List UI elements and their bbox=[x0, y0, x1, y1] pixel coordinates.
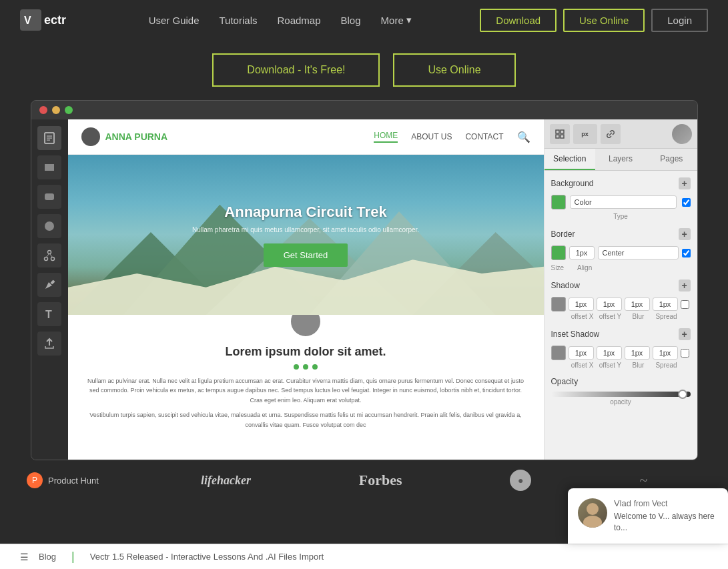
tool-text[interactable]: T bbox=[37, 302, 61, 326]
shadow-offset-x-input[interactable] bbox=[569, 298, 594, 311]
site-nav-contact[interactable]: CONTACT bbox=[465, 132, 503, 141]
login-button[interactable]: Login bbox=[651, 9, 708, 32]
panel-link-button[interactable] bbox=[601, 124, 621, 144]
nav-tutorials[interactable]: Tutorials bbox=[220, 15, 258, 26]
hero-online-button[interactable]: Use Online bbox=[393, 53, 515, 87]
tool-vector[interactable] bbox=[37, 243, 61, 267]
svg-point-10 bbox=[45, 257, 48, 261]
panel-toolbar: px bbox=[544, 119, 697, 149]
nav-more[interactable]: More ▾ bbox=[381, 14, 412, 26]
shadow-visible-checkbox[interactable] bbox=[681, 300, 689, 309]
svg-rect-8 bbox=[45, 193, 54, 200]
window-maximize-dot bbox=[65, 106, 73, 114]
svg-text:T: T bbox=[45, 309, 52, 320]
content-body-1: Nullam ac pulvinar erat. Nulla nec velit… bbox=[85, 376, 527, 405]
border-add-button[interactable]: + bbox=[679, 228, 691, 240]
border-size-label: Size bbox=[551, 264, 564, 271]
inset-shadow-offset-y-input[interactable] bbox=[597, 346, 622, 360]
background-header: Background + bbox=[551, 177, 691, 189]
background-color-swatch[interactable] bbox=[551, 195, 566, 209]
inset-shadow-spread-input[interactable] bbox=[653, 346, 678, 360]
background-row: Color bbox=[551, 195, 691, 209]
background-type-select[interactable]: Color bbox=[570, 195, 677, 209]
shadow-color-swatch[interactable] bbox=[551, 297, 566, 312]
hero-section: Annapurna Circuit Trek Nullam pharetra m… bbox=[68, 155, 544, 315]
svg-rect-23 bbox=[556, 130, 559, 133]
site-nav-search-icon[interactable]: 🔍 bbox=[517, 131, 530, 143]
svg-rect-7 bbox=[45, 164, 54, 171]
nav-roadmap[interactable]: Roadmap bbox=[277, 15, 320, 26]
use-online-button[interactable]: Use Online bbox=[563, 9, 645, 32]
shadow-offset-y-label: offset Y bbox=[598, 313, 623, 320]
shadow-blur-input[interactable] bbox=[625, 298, 650, 311]
hero-subtitle: Nullam pharetra mi quis metus ullamcorpe… bbox=[192, 226, 419, 233]
nav-blog[interactable]: Blog bbox=[341, 15, 361, 26]
content-dot-2 bbox=[303, 364, 308, 370]
footer-extra-logo: ~ bbox=[639, 472, 647, 489]
border-row: 1px Center bbox=[551, 245, 691, 260]
inset-shadow-offset-x-input[interactable] bbox=[569, 346, 594, 360]
svg-point-11 bbox=[48, 251, 51, 254]
shadow-spread-input[interactable] bbox=[653, 298, 678, 311]
hero-download-button[interactable]: Download - It's Free! bbox=[212, 53, 380, 87]
inset-shadow-visible-checkbox[interactable] bbox=[681, 349, 689, 358]
panel-grid-button[interactable] bbox=[550, 124, 570, 144]
inset-shadow-header: Inset Shadow + bbox=[551, 328, 691, 340]
tab-pages[interactable]: Pages bbox=[646, 149, 697, 170]
background-visible-checkbox[interactable] bbox=[682, 198, 691, 207]
border-visible-checkbox[interactable] bbox=[682, 249, 691, 257]
hero-get-started-button[interactable]: Get Started bbox=[264, 243, 348, 267]
svg-rect-26 bbox=[561, 135, 564, 138]
shadow-spread-label: Spread bbox=[654, 313, 679, 320]
tool-ellipse[interactable] bbox=[37, 214, 61, 238]
blog-link[interactable]: Vectr 1.5 Released - Interactive Lessons… bbox=[90, 552, 324, 562]
nav-user-guide[interactable]: User Guide bbox=[149, 15, 200, 26]
panel-tabs: Selection Layers Pages bbox=[544, 149, 697, 171]
inset-shadow-row bbox=[551, 346, 691, 360]
content-dots bbox=[85, 364, 527, 370]
border-align-select[interactable]: Center bbox=[598, 246, 679, 259]
opacity-slider-track[interactable] bbox=[551, 392, 691, 397]
site-nav-home[interactable]: HOME bbox=[374, 131, 398, 143]
chat-message: Welcome to V... always here to... bbox=[614, 511, 718, 534]
site-nav-about[interactable]: ABOUT US bbox=[411, 132, 452, 141]
app-body: T ANNA PURNA HOME bbox=[31, 119, 697, 460]
window-titlebar bbox=[31, 101, 697, 119]
inset-shadow-blur-input[interactable] bbox=[625, 346, 650, 360]
inset-shadow-add-button[interactable]: + bbox=[679, 328, 691, 340]
blog-label: Blog bbox=[39, 552, 56, 562]
border-size-input[interactable]: 1px bbox=[569, 246, 595, 259]
svg-rect-25 bbox=[556, 135, 559, 138]
tab-selection[interactable]: Selection bbox=[544, 149, 595, 170]
inset-shadow-offset-y-label: offset Y bbox=[598, 362, 623, 369]
footer-logos: lifehacker Forbes ● ~ bbox=[147, 470, 701, 491]
background-section: Background + Color Type bbox=[551, 177, 691, 220]
opacity-slider-thumb[interactable] bbox=[678, 390, 687, 399]
tool-document[interactable] bbox=[37, 126, 61, 150]
site-logo: ANNA PURNA bbox=[81, 127, 168, 146]
svg-point-28 bbox=[583, 516, 602, 528]
download-button[interactable]: Download bbox=[480, 9, 557, 32]
tool-rounded-rect[interactable] bbox=[37, 185, 61, 209]
border-color-swatch[interactable] bbox=[551, 245, 566, 260]
border-section: Border + 1px Center Size Align bbox=[551, 228, 691, 271]
canvas-area[interactable]: ANNA PURNA HOME ABOUT US CONTACT 🔍 bbox=[68, 119, 544, 460]
shadow-row bbox=[551, 297, 691, 312]
content-body-2: Vestibulum turpis sapien, suscipit sed v… bbox=[85, 410, 527, 430]
background-label: Background bbox=[551, 179, 594, 188]
tab-layers[interactable]: Layers bbox=[595, 149, 646, 170]
shadow-offset-y-input[interactable] bbox=[597, 298, 622, 311]
panel-user-avatar bbox=[672, 124, 692, 144]
shadow-blur-label: Blur bbox=[626, 313, 651, 320]
svg-rect-24 bbox=[561, 130, 564, 133]
inset-shadow-color-swatch[interactable] bbox=[551, 346, 566, 360]
tool-rectangle[interactable] bbox=[37, 155, 61, 179]
tool-pen[interactable] bbox=[37, 273, 61, 297]
opacity-label: Opacity bbox=[551, 377, 579, 386]
background-add-button[interactable]: + bbox=[679, 177, 691, 189]
panel-px-button[interactable]: px bbox=[573, 124, 597, 144]
blog-bar: ☰ Blog | Vectr 1.5 Released - Interactiv… bbox=[0, 544, 728, 569]
shadow-add-button[interactable]: + bbox=[679, 279, 691, 292]
footer-dot-logo: ● bbox=[510, 470, 531, 491]
tool-upload[interactable] bbox=[37, 332, 61, 356]
